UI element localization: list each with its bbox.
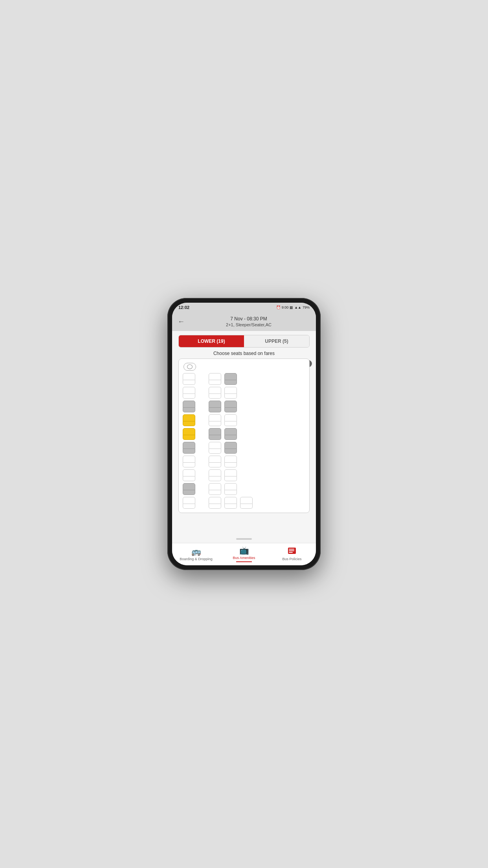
seat-R5A[interactable] [208, 428, 222, 441]
seat-L1[interactable] [182, 373, 196, 386]
seat-row-R8 [208, 469, 253, 482]
seat-R8A[interactable] [208, 469, 222, 482]
nav-amenities[interactable]: 📺 Bus Amenities [220, 546, 268, 562]
seat-R10B[interactable] [224, 497, 238, 509]
nav-boarding[interactable]: 🚌 Boarding & Dropping [172, 547, 220, 561]
svg-rect-1 [289, 549, 294, 550]
data-icon: 9:00 [282, 305, 289, 309]
header-bus-type: 2+1, Sleeper/Seater,AC [188, 322, 310, 327]
seat-R9B[interactable] [224, 483, 238, 496]
seat-L7[interactable] [182, 456, 196, 468]
handle-bar [236, 538, 252, 540]
seat-row-R10 [208, 497, 253, 509]
active-underline [236, 561, 252, 562]
amenities-label: Bus Amenities [233, 556, 255, 560]
seat-R10A[interactable] [208, 497, 222, 509]
battery-text: 79% [303, 305, 310, 309]
seat-row-R1 [208, 373, 253, 386]
signal-icon: ▲▲ [294, 305, 301, 309]
driver-icon [183, 363, 196, 371]
seat-R5B[interactable] [224, 428, 238, 441]
seat-L10[interactable] [182, 497, 196, 509]
seat-L5[interactable] [182, 428, 196, 441]
seat-row-R7 [208, 456, 253, 468]
seat-R3B[interactable] [224, 401, 238, 413]
boarding-icon: 🚌 [191, 547, 201, 556]
seatmap-box [178, 359, 310, 513]
seat-layout [182, 373, 306, 509]
seat-row-R6 [208, 442, 253, 454]
amenities-icon: 📺 [239, 546, 249, 555]
seat-row-R3 [208, 401, 253, 413]
seat-R7B[interactable] [224, 456, 238, 468]
seat-R7A[interactable] [208, 456, 222, 468]
aisle [199, 373, 205, 509]
seat-R2B[interactable] [224, 387, 238, 399]
bottom-handle [172, 533, 316, 543]
seat-L8[interactable] [182, 469, 196, 482]
wifi-icon: ▦ [290, 305, 293, 309]
policies-label: Bus Policies [282, 557, 301, 561]
seat-R8B[interactable] [224, 469, 238, 482]
phone-screen: 12:02 ⏰ 9:00 ▦ ▲▲ 79% ← 7 Nov - 08:30 PM… [172, 303, 316, 565]
left-seat-col [182, 373, 196, 509]
seat-R1B[interactable] [224, 373, 238, 386]
phone-frame: 12:02 ⏰ 9:00 ▦ ▲▲ 79% ← 7 Nov - 08:30 PM… [167, 298, 321, 570]
seat-R6A[interactable] [208, 442, 222, 454]
seat-R9A[interactable] [208, 483, 222, 496]
upper-tab[interactable]: UPPER (5) [244, 335, 309, 347]
seat-L3[interactable] [182, 401, 196, 413]
back-button[interactable]: ← [178, 318, 185, 326]
bottom-nav: 🚌 Boarding & Dropping 📺 Bus Amenities [172, 543, 316, 565]
seat-L2[interactable] [182, 387, 196, 399]
seat-L9[interactable] [182, 483, 196, 496]
driver-row [182, 363, 306, 371]
lower-tab[interactable]: LOWER (19) [179, 335, 244, 347]
policies-icon [288, 547, 296, 556]
app-header: ← 7 Nov - 08:30 PM 2+1, Sleeper/Seater,A… [172, 312, 316, 331]
seat-R1A[interactable] [208, 373, 222, 386]
seat-subtitle: Choose seats based on fares [172, 351, 316, 356]
seat-R4A[interactable] [208, 414, 222, 427]
seat-R2A[interactable] [208, 387, 222, 399]
seatmap-container: i [172, 359, 316, 533]
right-seat-cols [208, 373, 253, 509]
nav-policies[interactable]: Bus Policies [268, 547, 316, 561]
boarding-label: Boarding & Dropping [180, 557, 213, 561]
seat-R4B[interactable] [224, 414, 238, 427]
seat-L4[interactable] [182, 414, 196, 427]
status-icons: ⏰ 9:00 ▦ ▲▲ 79% [276, 305, 310, 309]
seat-row-R9 [208, 483, 253, 496]
seat-row-R4 [208, 414, 253, 427]
deck-tab-bar: LOWER (19) UPPER (5) [178, 335, 310, 348]
seat-R10C[interactable] [239, 497, 253, 509]
svg-rect-2 [289, 550, 294, 551]
alarm-icon: ⏰ [276, 305, 281, 309]
seat-R6B[interactable] [224, 442, 238, 454]
status-bar: 12:02 ⏰ 9:00 ▦ ▲▲ 79% [172, 303, 316, 312]
seat-row-R5 [208, 428, 253, 441]
seat-R3A[interactable] [208, 401, 222, 413]
seat-row-R2 [208, 387, 253, 399]
status-time: 12:02 [178, 305, 189, 310]
svg-rect-3 [289, 552, 293, 553]
seat-L6[interactable] [182, 442, 196, 454]
header-date: 7 Nov - 08:30 PM [188, 316, 310, 322]
